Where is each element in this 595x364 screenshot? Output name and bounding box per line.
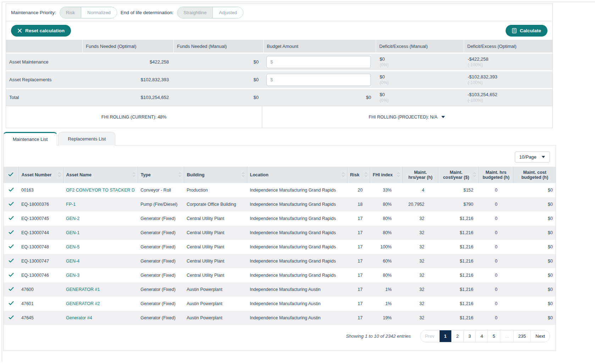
budget-calculation-panel: Maintenance Priority: Risk Normalized En… <box>6 4 553 128</box>
column-header-risk[interactable]: Risk <box>347 167 370 183</box>
reset-calculation-button[interactable]: Reset calculation <box>11 25 71 37</box>
row-checkbox[interactable] <box>4 297 18 311</box>
row-checkbox[interactable] <box>4 240 18 254</box>
adjusted-toggle-button[interactable]: Adjusted <box>213 7 243 18</box>
page-button-3[interactable]: 3 <box>463 330 475 342</box>
page-button-4[interactable]: 4 <box>475 330 487 342</box>
maintenance-budget-input[interactable] <box>266 56 371 68</box>
building-cell: Austin Powerplant <box>184 282 247 297</box>
straightline-toggle-button[interactable]: Straightline <box>177 7 213 18</box>
deficit-optimal-value: -$103,254,652 (-100%) <box>464 89 552 106</box>
asset-name-link[interactable]: GENERATOR #2 <box>63 297 138 311</box>
table-row: 47600 GENERATOR #1 Generator (Fixed) Aus… <box>4 282 556 297</box>
asset-number-cell: EQ-18000376 <box>18 197 63 211</box>
eol-determination-toggle: Straightline Adjusted <box>177 7 243 18</box>
select-all-checkbox[interactable] <box>4 167 18 183</box>
column-header-building[interactable]: Building <box>184 167 247 183</box>
row-checkbox[interactable] <box>4 254 18 268</box>
maint-cost-year-cell: $152 <box>438 183 478 197</box>
fhi-index-cell: 100% <box>370 240 402 254</box>
asset-name-link[interactable]: GENERATOR #1 <box>63 282 138 297</box>
maint-cost-budgeted-cell: $0 <box>513 226 556 240</box>
table-row: 47645 Generator #4 Generator (Fixed) Aus… <box>4 311 556 325</box>
list-tabs: Maintenance List Replacements List <box>3 132 595 145</box>
sort-icon <box>473 172 476 178</box>
sort-icon <box>132 172 136 178</box>
maint-hrs-budgeted-cell: 0 <box>478 226 513 240</box>
type-cell: Generator (Fixed) <box>138 254 184 268</box>
normalized-toggle-button[interactable]: Normalized <box>81 7 117 18</box>
row-checkbox[interactable] <box>4 211 18 226</box>
maintenance-table: Asset Number Asset Name Type Building Lo… <box>4 167 556 325</box>
table-row: EQ-13000746 GEN-3 Generator (Fixed) Cent… <box>4 268 556 282</box>
asset-name-link[interactable]: GEN-5 <box>63 240 138 254</box>
row-checkbox[interactable] <box>4 311 18 325</box>
asset-replacements-row: Asset Replacements $102,832,393 $0 $0 (0… <box>6 71 552 88</box>
asset-name-link[interactable]: GEN-4 <box>63 254 138 268</box>
column-label: Type <box>141 172 151 177</box>
row-checkbox[interactable] <box>4 268 18 282</box>
column-header-asset-name[interactable]: Asset Name <box>63 167 138 183</box>
building-cell: Central Utility Plant <box>184 254 247 268</box>
page-button-next[interactable]: Next <box>530 330 550 342</box>
building-cell: Austin Powerplant <box>184 297 247 311</box>
fhi-projected-dropdown-button[interactable] <box>440 115 446 119</box>
row-checkbox[interactable] <box>4 197 18 211</box>
maint-hrs-budgeted-cell: 0 <box>478 183 513 197</box>
maint-cost-budgeted-cell: $0 <box>513 268 556 282</box>
page-button-prev[interactable]: Prev <box>420 330 439 342</box>
page-button-1[interactable]: 1 <box>439 330 451 342</box>
row-checkbox[interactable] <box>4 183 18 197</box>
maint-hrs-year-cell: 32 <box>402 297 438 311</box>
asset-name-link[interactable]: Generator #4 <box>63 311 138 325</box>
sort-icon <box>178 172 182 178</box>
fhi-index-cell: 33% <box>370 183 402 197</box>
location-cell: Independence Manufacturing Austin <box>247 311 347 325</box>
page-button--[interactable]: ... <box>500 330 513 342</box>
deficit-manual-pct: (0%) <box>380 62 464 67</box>
risk-cell: 17 <box>347 268 370 282</box>
page-button-235[interactable]: 235 <box>513 330 531 342</box>
page-button-2[interactable]: 2 <box>451 330 463 342</box>
calculate-button[interactable]: Calculate <box>506 25 547 37</box>
tab-maintenance-list[interactable]: Maintenance List <box>3 132 57 145</box>
column-header-fhi-index[interactable]: FHI index <box>370 167 402 183</box>
asset-maintenance-row: Asset Maintenance $422,258 $0 $0 (0%) -$… <box>6 54 552 70</box>
risk-cell: 18 <box>347 197 370 211</box>
risk-cell: 20 <box>347 183 370 197</box>
location-cell: Independence Manufacturing Grand Rapids <box>247 268 347 282</box>
asset-name-link[interactable]: GEN-1 <box>63 226 138 240</box>
row-checkbox[interactable] <box>4 282 18 297</box>
maint-cost-year-cell: $1,216 <box>438 226 478 240</box>
page-size-value: 10/Page <box>519 154 536 160</box>
building-cell: Central Utility Plant <box>184 240 247 254</box>
type-cell: Generator (Fixed) <box>138 282 184 297</box>
page-size-select[interactable]: 10/Page <box>515 151 550 162</box>
check-icon <box>8 231 14 236</box>
maint-hrs-budgeted-cell: 0 <box>478 282 513 297</box>
column-header-location[interactable]: Location <box>247 167 347 183</box>
column-header-maint-cost-year[interactable]: Maint. cost/year ($) <box>438 167 478 183</box>
tab-replacements-list[interactable]: Replacements List <box>58 132 115 145</box>
app-canvas: Maintenance Priority: Risk Normalized En… <box>2 2 595 362</box>
deficit-manual-pct: (0%) <box>380 98 464 103</box>
deficit-optimal-amount: -$422,258 <box>468 56 552 62</box>
row-checkbox[interactable] <box>4 226 18 240</box>
asset-name-link[interactable]: FP-1 <box>63 197 138 211</box>
column-header-maint-cost-budgeted: Maint. cost budgeted (h) <box>513 167 556 183</box>
funds-summary-header: Funds Needed (Optimal) Funds Needed (Man… <box>6 40 552 53</box>
asset-name-link[interactable]: OF2 CONVEYOR TO STACKER D <box>63 183 138 197</box>
page-button-5[interactable]: 5 <box>487 330 500 342</box>
column-header-asset-number[interactable]: Asset Number <box>18 167 63 183</box>
risk-toggle-button[interactable]: Risk <box>60 7 81 18</box>
pagination-row: Showing 1 to 10 of 2342 entries Prev1234… <box>4 325 556 344</box>
asset-name-link[interactable]: GEN-2 <box>63 211 138 226</box>
risk-cell: 17 <box>347 226 370 240</box>
x-icon <box>17 28 22 33</box>
action-buttons-row: Reset calculation Calculate <box>6 21 552 40</box>
asset-name-link[interactable]: GEN-3 <box>63 268 138 282</box>
column-header-type[interactable]: Type <box>138 167 184 183</box>
replacements-budget-input[interactable] <box>266 74 371 86</box>
column-label: Risk <box>350 172 359 177</box>
maint-cost-year-cell: $1,216 <box>438 297 478 311</box>
